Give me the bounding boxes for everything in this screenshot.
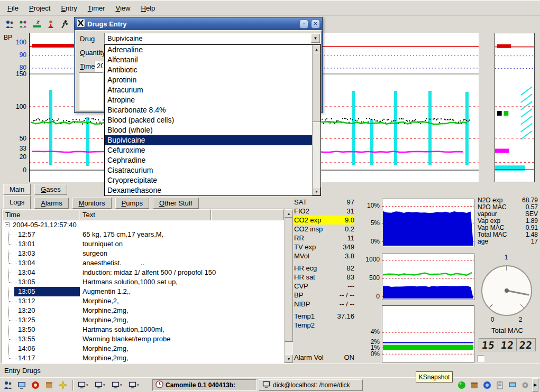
time-spinbox[interactable]: 20: [95, 61, 104, 72]
log-root-row[interactable]: 2004-05-21,12:57:40: [2, 220, 284, 230]
drug-option[interactable]: Atropine: [105, 95, 312, 105]
gas-label: N2O exp: [478, 197, 522, 204]
log-row[interactable]: 13:01tourniquet on: [2, 239, 284, 249]
tab-monitors[interactable]: Monitors: [72, 198, 112, 209]
menu-entry[interactable]: Entry: [56, 2, 82, 15]
log-column-header[interactable]: Time: [2, 209, 79, 220]
log-column-header[interactable]: Text: [79, 209, 211, 220]
staff-icon[interactable]: [44, 18, 57, 31]
scroll-up-icon[interactable]: ▲: [313, 45, 321, 53]
browser-icon[interactable]: [29, 379, 42, 391]
scrollbar-thumb[interactable]: [285, 218, 293, 342]
tab-alarms[interactable]: Alarms: [34, 198, 68, 209]
clipboard-icon[interactable]: [493, 379, 506, 391]
gas-value: SEV: [525, 210, 538, 218]
log-row[interactable]: 13:50Hartmans solution,1000ml,: [2, 325, 284, 334]
tree-tick: [9, 244, 16, 245]
display-icon[interactable]: [15, 379, 28, 391]
chevron-down-icon[interactable]: ▾: [137, 383, 139, 387]
drug-option[interactable]: Bupivicaine: [105, 135, 312, 145]
menu-file[interactable]: File: [2, 2, 24, 15]
menu-view[interactable]: View: [111, 2, 136, 15]
patient-group-icon[interactable]: [17, 18, 30, 31]
drug-option[interactable]: Cefuroxime: [105, 145, 312, 155]
dialog-titlebar[interactable]: Drugs Entry ▫ ✕: [75, 17, 322, 30]
tab-main[interactable]: Main: [3, 184, 31, 195]
drug-option[interactable]: Bicarbonate 8.4%: [105, 105, 312, 115]
gear-icon[interactable]: [519, 379, 531, 391]
log-row[interactable]: 13:05Hartmans solution,1000 set up,: [2, 277, 284, 287]
log-row[interactable]: 13:03surgeon: [2, 249, 284, 258]
drug-option[interactable]: Cisatracurium: [105, 165, 312, 175]
chevron-down-icon[interactable]: ▾: [103, 383, 105, 387]
taskbar-window-camomile[interactable]: Camomile 0.1 040413b:: [152, 379, 257, 391]
tree-expander-icon[interactable]: [5, 222, 10, 227]
menu-timer[interactable]: Timer: [83, 2, 111, 15]
drug-option[interactable]: Alfentanil: [105, 55, 312, 65]
log-row[interactable]: 14:17Morphine,2mg,: [2, 353, 284, 363]
volume-trend-tick: 0: [365, 293, 380, 301]
runner-icon[interactable]: [58, 18, 71, 31]
drug-combobox[interactable]: Bupivicaine ▼: [104, 33, 321, 44]
drug-option[interactable]: Antibiotic: [105, 65, 312, 75]
tab-other-stuff[interactable]: Other Stuff: [153, 198, 199, 209]
log-text-cell: Hartmans solution,1000 set up,: [83, 277, 178, 287]
tab-gases[interactable]: Gases: [34, 184, 67, 195]
drug-option[interactable]: Aprotinin: [105, 75, 312, 85]
axis-tick: 33: [3, 145, 26, 152]
tab-logs[interactable]: Logs: [3, 195, 31, 209]
close-icon[interactable]: ✕: [311, 20, 320, 29]
patient-icon[interactable]: [3, 18, 16, 31]
dropdown-scrollbar[interactable]: ▲ ▼: [312, 45, 321, 195]
log-row[interactable]: 13:25Morphine,2mg,: [2, 315, 284, 325]
tray-display-icon[interactable]: [506, 379, 518, 391]
drug-option[interactable]: Atracurium: [105, 85, 312, 95]
tree-tick: [9, 282, 16, 283]
scroll-up-icon[interactable]: ▲: [285, 209, 293, 218]
log-time-cell: 13:04: [18, 258, 35, 268]
log-scrollbar[interactable]: ▲ ▼: [284, 209, 292, 363]
taskbar-window-dick-localhost-[interactable]: dick@localhost: /home/dick: [259, 379, 363, 391]
log-row[interactable]: 13:04anaesthetist. ..: [2, 258, 284, 268]
menu-help[interactable]: Help: [135, 2, 160, 15]
panel-hide-arrow-icon[interactable]: ▶: [532, 378, 538, 392]
tab-pumps[interactable]: Pumps: [115, 198, 149, 209]
green-orb-icon[interactable]: [455, 379, 468, 391]
log-row[interactable]: 12:5765 kg, 175 cm,17 years,M,: [2, 230, 284, 239]
vital-mvol: MVol3.8: [294, 251, 354, 260]
log-row[interactable]: 13:20Morphine,2mg,: [2, 306, 284, 315]
drug-option[interactable]: Blood (packed cells): [105, 115, 312, 125]
log-row[interactable]: 14:06Morphine,2mg,: [2, 344, 284, 353]
box-icon[interactable]: [43, 379, 56, 391]
alarm-volume-value: ON: [332, 353, 354, 361]
scrollbar-thumb[interactable]: [313, 53, 321, 122]
drug-option[interactable]: Blood (whole): [105, 125, 312, 135]
terminal-launcher[interactable]: ▾: [128, 380, 144, 389]
scroll-down-icon[interactable]: ▼: [313, 187, 321, 195]
chevron-down-icon[interactable]: ▾: [86, 383, 88, 387]
vital-tv-exp: TV exp349: [294, 242, 354, 251]
drug-option[interactable]: Dexamethasone: [105, 185, 312, 195]
sparkle-icon[interactable]: [57, 379, 69, 391]
terminal-launcher[interactable]: ▾: [94, 380, 110, 389]
menu-project[interactable]: Project: [24, 2, 56, 15]
scroll-down-icon[interactable]: ▼: [285, 354, 293, 363]
drug-option[interactable]: Cryoprecipitate: [105, 175, 312, 185]
terminal-launcher[interactable]: ▾: [77, 380, 93, 389]
gas-n2o-exp: N2O exp68.79: [478, 197, 538, 203]
drug-option[interactable]: Adrenaline: [105, 45, 312, 55]
sleep-icon[interactable]: [31, 18, 43, 31]
vital-label: Temp2: [294, 321, 332, 329]
combobox-dropdown-icon[interactable]: ▼: [311, 34, 320, 43]
log-row[interactable]: 13:12Morphine,2,: [2, 296, 284, 306]
terminal-launcher[interactable]: ▾: [111, 380, 127, 389]
blue-app-icon[interactable]: [481, 379, 493, 391]
package-tray-icon[interactable]: [468, 379, 480, 391]
log-row[interactable]: 13:04induction: midaz 1/ alfent 500 / pr…: [2, 268, 284, 277]
minimize-icon[interactable]: ▫: [299, 20, 308, 29]
drug-option[interactable]: Cephradine: [105, 155, 312, 165]
log-row[interactable]: 13:55Warming blanket/temp probe: [2, 334, 284, 344]
log-row[interactable]: 13:05Augmentin 1.2,,: [2, 287, 284, 296]
patient-icon[interactable]: [2, 379, 14, 391]
chevron-down-icon[interactable]: ▾: [120, 383, 122, 387]
